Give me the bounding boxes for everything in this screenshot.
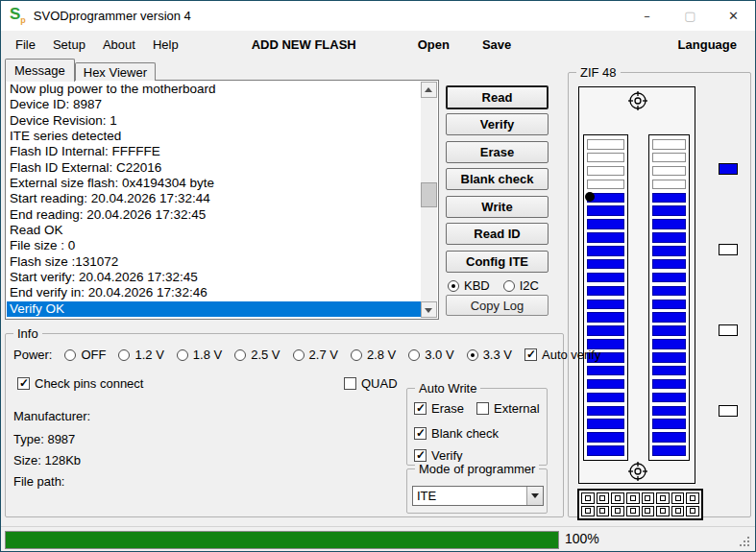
log-line[interactable]: Now plug power to the motherboard [7,82,421,97]
indicator-off [719,405,738,417]
tab-message[interactable]: Message [5,59,75,82]
log-line[interactable]: Read OK [7,223,421,238]
log-line[interactable]: Flash ID Internal: FFFFFE [7,144,421,159]
pin-one-marker [585,192,595,202]
log-line[interactable]: External size flash: 0x4194304 byte [7,176,421,191]
log-line[interactable]: Device Revision: 1 [7,113,421,129]
power-radio-1.2v[interactable]: 1.2 V [118,348,163,362]
scroll-up-icon[interactable] [421,82,437,98]
menu-language[interactable]: Language [670,37,745,52]
zif-group-label: ZIF 48 [576,65,621,80]
menu-setup[interactable]: Setup [44,37,94,52]
auto-write-verify-checkbox[interactable]: Verify [414,448,463,463]
pin-slot [652,393,686,403]
log-line[interactable]: Verify OK [7,301,421,317]
indicator-off [719,244,738,255]
pin-slot [652,312,686,323]
auto-write-external-checkbox[interactable]: External [476,401,540,416]
log-line[interactable]: File size : 0 [7,238,421,253]
checkbox-icon [414,402,427,415]
menu-help[interactable]: Help [144,37,187,52]
quad-checkbox[interactable]: QUAD [344,376,398,391]
chevron-down-icon[interactable] [526,487,543,505]
menu-about[interactable]: About [94,37,144,52]
pin-column-left [583,134,628,461]
pin-slot [587,219,624,229]
power-radio-2.7v[interactable]: 2.7 V [293,348,338,362]
statusbar: 100% [1,526,755,551]
auto-write-erase-checkbox[interactable]: Erase [414,401,464,416]
scrollbar-thumb[interactable] [421,182,437,207]
kbd-radio[interactable]: KBD [448,278,490,293]
connector-pin [626,506,640,517]
window-title: SVODprogrammer version 4 [34,9,191,23]
radio-icon [408,349,420,361]
zif-socket [578,86,695,484]
power-radio-3.3v[interactable]: 3.3 V [467,348,512,362]
connector-pin [597,506,610,517]
tab-hex-viewer[interactable]: Hex Viewer [75,62,156,81]
file-path-label: File path: [13,474,64,489]
connector-pin [611,492,624,504]
blank-check-button[interactable]: Blank check [446,168,549,190]
pin-slot [652,153,686,163]
power-radio-1.8v[interactable]: 1.8 V [177,348,222,362]
power-radio-2.5v[interactable]: 2.5 V [234,348,280,362]
checkbox-icon [344,377,356,390]
mode-group: Mode of programmer ITE [406,468,548,514]
caption-buttons: – ▢ ✕ [625,1,755,31]
log-line[interactable]: End verify in: 20.04.2026 17:32:46 [7,285,421,300]
log-scrollbar[interactable] [421,82,437,318]
read-id-button[interactable]: Read ID [446,223,549,245]
erase-button[interactable]: Erase [446,141,549,163]
minimize-button[interactable]: – [625,1,669,31]
power-radio-3.0v[interactable]: 3.0 V [408,348,453,362]
menu-save[interactable]: Save [474,37,520,52]
indicator-off [719,324,738,336]
type-label: Type: 8987 [13,432,75,446]
app-icon: Sp [10,6,26,25]
pin-slot [587,205,624,216]
maximize-button[interactable]: ▢ [669,1,712,31]
log-line[interactable]: Start verify: 20.04.2026 17:32:45 [7,270,421,285]
auto-verify-checkbox[interactable]: Auto verify [524,348,600,362]
radio-icon [467,349,478,361]
write-button[interactable]: Write [446,196,549,218]
checkbox-icon [17,377,30,390]
checkbox-icon [524,348,537,361]
progress-percent-label: 100% [565,531,599,546]
connector-pin [611,506,624,517]
verify-button[interactable]: Verify [446,113,549,135]
auto-write-blank-check-checkbox[interactable]: Blank check [414,426,499,441]
scroll-down-icon[interactable] [421,301,437,318]
mode-dropdown[interactable]: ITE [412,486,544,506]
menu-file[interactable]: File [7,37,44,52]
pin-slot [587,180,624,190]
log-line[interactable]: Flash ID External: C22016 [7,160,421,176]
log-line[interactable]: End reading: 20.04.2026 17:32:45 [7,207,421,223]
radio-icon [234,349,246,361]
radio-icon [293,349,305,361]
pin-slot [587,232,624,243]
read-button[interactable]: Read [446,85,549,109]
menu-add-new-flash[interactable]: ADD NEW FLASH [243,37,365,52]
menu-open[interactable]: Open [409,37,458,52]
close-button[interactable]: ✕ [712,1,755,31]
power-label: Power: [13,348,52,362]
pin-slot [652,259,686,270]
config-ite-button[interactable]: Config ITE [446,251,549,273]
check-pins-checkbox[interactable]: Check pins connect [17,376,143,391]
i2c-radio[interactable]: I2C [503,278,539,293]
log-line[interactable]: Start reading: 20.04.2026 17:32:44 [7,191,421,206]
pin-slot [587,379,624,390]
power-radio-2.8v[interactable]: 2.8 V [351,348,396,362]
log-line[interactable]: ITE series detected [7,129,421,144]
log-line[interactable]: Flash size :131072 [7,254,421,270]
copy-log-button[interactable]: Copy Log [446,295,549,316]
pin-slot [652,419,686,429]
radio-icon [448,280,459,292]
auto-write-group-label: Auto Write [415,381,480,396]
log-line[interactable]: Device ID: 8987 [7,97,421,112]
resize-grip[interactable] [747,544,749,546]
power-radio-off[interactable]: OFF [64,348,106,362]
